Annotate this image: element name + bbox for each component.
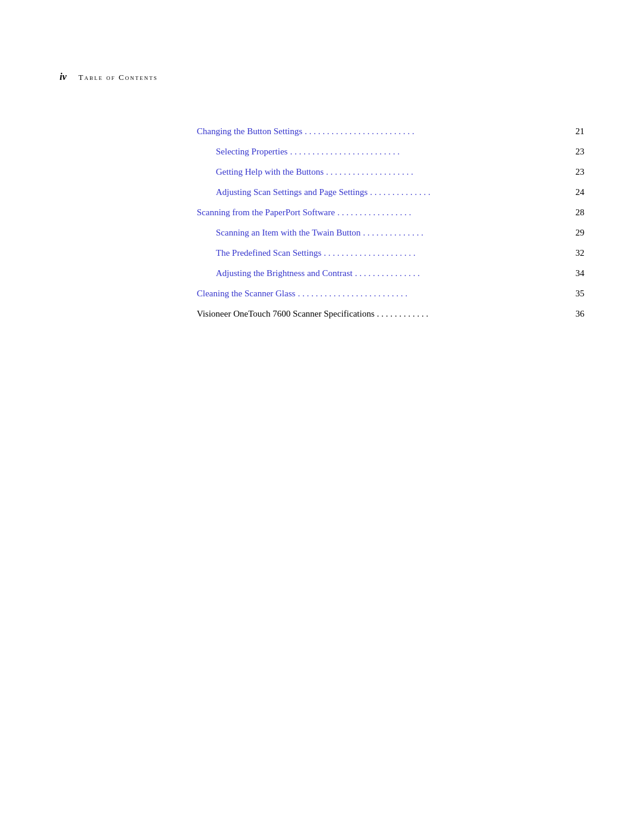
toc-link-scanning-item-twain[interactable]: Scanning an Item with the Twain Button [216,225,361,240]
toc-row-getting-help-buttons: Getting Help with the Buttons . . . . . … [197,165,584,179]
toc-row-scanning-paperport: Scanning from the PaperPort Software . .… [197,205,584,219]
toc-page-0: 21 [572,124,584,138]
toc-dots-4: . . . . . . . . . . . . . . . . . [338,205,570,219]
page-roman-numeral: iv [60,72,67,82]
toc-row-cleaning-scanner: Cleaning the Scanner Glass . . . . . . .… [197,286,584,301]
toc-container: Changing the Button Settings . . . . . .… [197,124,584,321]
toc-page-6: 32 [572,246,584,260]
toc-page-3: 24 [572,185,584,199]
toc-page-5: 29 [572,225,584,240]
page: iv Table of Contents Changing the Button… [0,0,644,833]
toc-row-specifications: Visioneer OneTouch 7600 Scanner Specific… [197,306,584,321]
toc-row-selecting-properties: Selecting Properties . . . . . . . . . .… [197,144,584,159]
toc-dots-9: . . . . . . . . . . . . [377,306,570,321]
toc-link-changing-button-settings[interactable]: Changing the Button Settings [197,124,302,138]
toc-link-predefined-scan-settings[interactable]: The Predefined Scan Settings [216,246,321,260]
toc-dots-2: . . . . . . . . . . . . . . . . . . . . [326,165,570,179]
toc-page-7: 34 [572,266,584,280]
toc-dots-1: . . . . . . . . . . . . . . . . . . . . … [290,144,570,159]
toc-page-1: 23 [572,144,584,159]
toc-dots-6: . . . . . . . . . . . . . . . . . . . . … [324,246,570,260]
toc-link-getting-help-buttons[interactable]: Getting Help with the Buttons [216,165,324,179]
toc-link-adjusting-scan-settings[interactable]: Adjusting Scan Settings and Page Setting… [216,185,368,199]
toc-page-9: 36 [572,306,584,321]
toc-row-changing-button-settings: Changing the Button Settings . . . . . .… [197,124,584,138]
toc-row-predefined-scan-settings: The Predefined Scan Settings . . . . . .… [197,246,584,260]
toc-row-scanning-item-twain: Scanning an Item with the Twain Button .… [197,225,584,240]
toc-page-4: 28 [572,205,584,219]
toc-link-adjusting-brightness[interactable]: Adjusting the Brightness and Contrast [216,266,352,280]
page-header: iv Table of Contents [60,72,584,88]
toc-dots-3: . . . . . . . . . . . . . . [370,185,570,199]
toc-dots-0: . . . . . . . . . . . . . . . . . . . . … [305,124,570,138]
toc-link-selecting-properties[interactable]: Selecting Properties [216,144,287,159]
toc-row-adjusting-scan-settings: Adjusting Scan Settings and Page Setting… [197,185,584,199]
toc-link-scanning-paperport[interactable]: Scanning from the PaperPort Software [197,205,335,219]
toc-text-specifications: Visioneer OneTouch 7600 Scanner Specific… [197,306,374,321]
toc-dots-7: . . . . . . . . . . . . . . . [355,266,570,280]
toc-dots-5: . . . . . . . . . . . . . . [363,225,570,240]
toc-page-8: 35 [572,286,584,301]
toc-page-2: 23 [572,165,584,179]
header-title: Table of Contents [79,73,158,82]
toc-link-cleaning-scanner[interactable]: Cleaning the Scanner Glass [197,286,295,301]
toc-row-adjusting-brightness: Adjusting the Brightness and Contrast . … [197,266,584,280]
toc-dots-8: . . . . . . . . . . . . . . . . . . . . … [298,286,570,301]
